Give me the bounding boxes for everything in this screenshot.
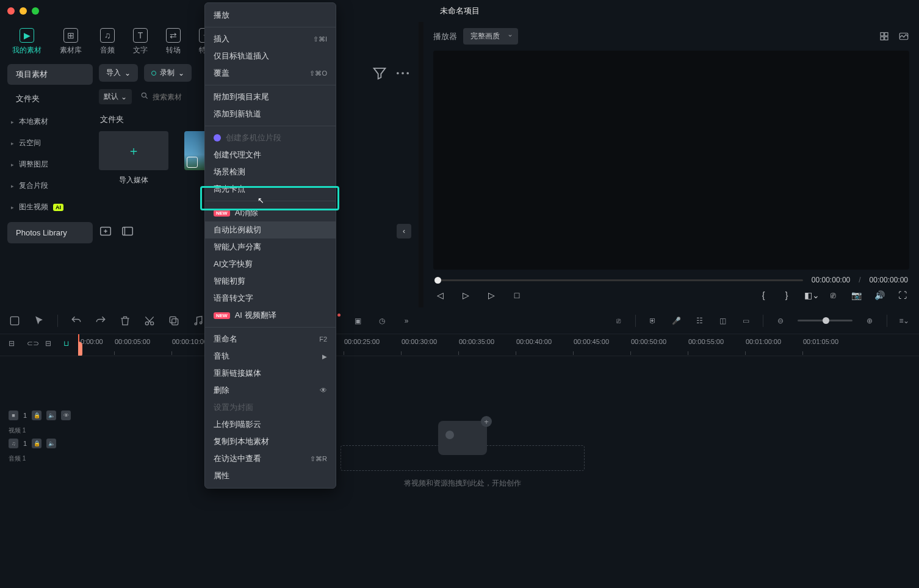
pointer-tool-icon[interactable] — [33, 315, 45, 327]
import-media-tile[interactable]: ＋ 导入媒体 — [99, 131, 168, 185]
ctx-scene[interactable]: 场景检测 — [205, 163, 336, 181]
insert-mode-icon[interactable]: ⊟ — [9, 339, 21, 351]
ctx-append[interactable]: 附加到项目末尾 — [205, 88, 336, 106]
ctx-ai-translate[interactable]: NEWAI 视频翻译 — [205, 307, 336, 324]
ctx-reveal[interactable]: 在访达中查看⇧⌘R — [205, 450, 336, 467]
track-view-icon[interactable]: ≡⌄ — [898, 315, 910, 327]
timeline-drop-zone[interactable]: 将视频和资源拖拽到此处，开始创作 — [341, 421, 585, 489]
tab-my-media[interactable]: ▶ 我的素材 — [12, 28, 41, 59]
zoom-in-icon[interactable]: ⊕ — [863, 315, 876, 327]
new-folder-icon[interactable] — [99, 224, 112, 238]
playhead[interactable] — [78, 334, 79, 356]
grid-view-icon[interactable] — [879, 30, 890, 43]
ctx-audio-track[interactable]: 音轨▶ — [205, 348, 336, 365]
sidebar-item-adjust-layer[interactable]: 调整图层 — [7, 156, 93, 173]
compare-view-icon[interactable] — [898, 30, 909, 43]
tab-text[interactable]: T 文字 — [133, 28, 148, 59]
selection-tool-icon[interactable] — [9, 315, 21, 327]
ctx-highlight[interactable]: 高光卡点 — [205, 181, 336, 198]
close-window-button[interactable] — [7, 7, 15, 15]
copy-icon[interactable] — [168, 315, 180, 327]
prev-frame-icon[interactable]: ◁ — [434, 290, 445, 300]
photos-library-button[interactable]: Photos Library — [7, 222, 93, 243]
volume-icon[interactable]: 🔊 — [874, 290, 885, 300]
svg-point-13 — [151, 321, 154, 324]
ctx-copy-local[interactable]: 复制到本地素材 — [205, 433, 336, 450]
stop-icon[interactable]: □ — [511, 290, 522, 300]
music-icon[interactable] — [192, 315, 204, 327]
zoom-out-icon[interactable]: ⊖ — [774, 315, 787, 327]
project-media-heading[interactable]: 项目素材 — [7, 64, 93, 85]
maximize-window-button[interactable] — [32, 7, 39, 15]
video-track-header[interactable]: ■ 1 🔒 🔈 👁 视频 1 — [0, 409, 78, 437]
tab-stock[interactable]: ⊞ 素材库 — [60, 28, 82, 59]
visibility-icon[interactable]: 👁 — [61, 411, 71, 420]
sidebar-item-local[interactable]: 本地素材 — [7, 113, 93, 131]
display-icon[interactable]: ⎚ — [827, 290, 838, 300]
marker-icon[interactable]: ◧⌄ — [804, 290, 815, 300]
import-button[interactable]: 导入⌄ — [99, 64, 138, 82]
ctx-insert-target[interactable]: 仅目标轨道插入 — [205, 48, 336, 65]
lock-icon[interactable]: 🔒 — [32, 439, 41, 448]
mixer-icon[interactable]: ☷ — [693, 315, 705, 327]
sort-select[interactable]: 默认⌄ — [99, 89, 132, 104]
more-tools-icon[interactable]: » — [400, 315, 413, 327]
ctx-cover[interactable]: 覆盖⇧⌘O — [205, 65, 336, 82]
ctx-speech-text[interactable]: 语音转文字 — [205, 290, 336, 307]
ripple-mode-icon[interactable]: ⊟ — [45, 339, 57, 351]
ctx-relink[interactable]: 重新链接媒体 — [205, 365, 336, 382]
zoom-slider[interactable] — [798, 320, 852, 321]
filter-icon[interactable] — [371, 65, 388, 82]
adjust-icon[interactable]: ◫ — [716, 315, 729, 327]
ctx-add-track[interactable]: 添加到新轨道 — [205, 106, 336, 123]
cut-icon[interactable] — [143, 315, 156, 327]
tab-transition[interactable]: ⇄ 转场 — [166, 28, 181, 59]
ctx-smart-trim[interactable]: 智能初剪 — [205, 273, 336, 290]
ctx-delete[interactable]: 删除👁 — [205, 382, 336, 399]
player-progress-bar[interactable] — [434, 279, 803, 281]
ctx-properties[interactable]: 属性 — [205, 467, 336, 484]
lock-icon[interactable]: 🔒 — [32, 411, 41, 420]
ctx-play[interactable]: 播放 — [205, 7, 336, 24]
collapse-panel-button[interactable]: ‹ — [397, 224, 411, 238]
delete-icon[interactable] — [119, 315, 131, 327]
new-bin-icon[interactable] — [121, 224, 134, 238]
mute-icon[interactable]: 🔈 — [46, 411, 56, 420]
ctx-insert[interactable]: 插入⇧⌘I — [205, 30, 336, 48]
shield-icon[interactable]: ⛨ — [647, 315, 659, 327]
ctx-auto-crop[interactable]: 自动比例裁切 — [205, 221, 336, 238]
mute-icon[interactable]: 🔈 — [46, 439, 56, 448]
ctx-voice-sep[interactable]: 智能人声分离 — [205, 238, 336, 256]
ctx-proxy[interactable]: 创建代理文件 — [205, 146, 336, 163]
tab-audio[interactable]: ♫ 音频 — [100, 28, 115, 59]
ctx-rename[interactable]: 重命名F2 — [205, 331, 336, 348]
audio-track-header[interactable]: ♫ 1 🔒 🔈 音频 1 — [0, 437, 78, 465]
render-icon[interactable]: ▭ — [740, 315, 752, 327]
player-canvas[interactable] — [433, 51, 909, 270]
next-frame-icon[interactable]: ▷ — [486, 290, 497, 300]
minimize-window-button[interactable] — [20, 7, 27, 15]
ctx-ai-text-cut[interactable]: AI文字快剪 — [205, 256, 336, 273]
snap-mode-icon[interactable]: ⊔ — [63, 339, 76, 351]
undo-icon[interactable] — [70, 315, 82, 327]
mark-in-icon[interactable]: { — [758, 290, 769, 300]
crop-icon[interactable]: ▣ — [351, 315, 364, 327]
sidebar-item-aigen[interactable]: 图生视频 AI — [7, 198, 93, 216]
speed-icon[interactable]: ◷ — [376, 315, 388, 327]
more-icon[interactable] — [394, 65, 411, 82]
record-button[interactable]: 录制⌄ — [144, 64, 192, 82]
ctx-upload-cloud[interactable]: 上传到喵影云 — [205, 416, 336, 433]
sidebar-item-compound[interactable]: 复合片段 — [7, 177, 93, 195]
quality-select[interactable]: 完整画质 — [463, 28, 518, 45]
link-mode-icon[interactable]: ⊂⊃ — [27, 339, 39, 351]
mic-icon[interactable]: 🎤 — [670, 315, 682, 327]
ctx-ai-remove[interactable]: NEWAI消除 — [205, 204, 336, 221]
fullscreen-icon[interactable]: ⛶ — [897, 290, 908, 300]
record-tool-icon[interactable]: ⎚ — [612, 315, 624, 327]
redo-icon[interactable] — [95, 315, 107, 327]
snapshot-icon[interactable]: 📷 — [851, 290, 862, 300]
mark-out-icon[interactable]: } — [781, 290, 792, 300]
sidebar-item-cloud[interactable]: 云空间 — [7, 134, 93, 152]
transition-icon: ⇄ — [166, 28, 181, 43]
play-icon[interactable]: ▷ — [460, 290, 471, 300]
